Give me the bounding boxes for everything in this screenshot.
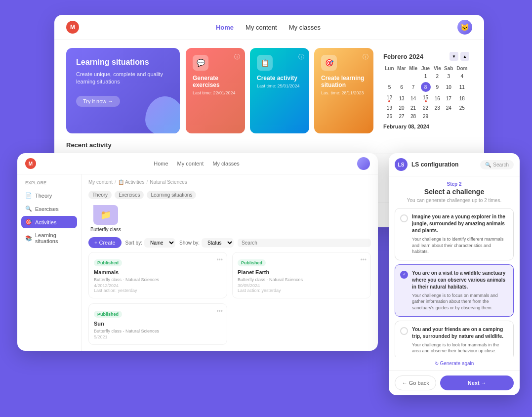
cal-prev-button[interactable]: ▼ (450, 52, 458, 61)
cal-cell[interactable]: 7 (408, 81, 419, 93)
act-more-planet[interactable]: ••• (360, 256, 367, 263)
sec-nav-home[interactable]: Home (154, 161, 168, 167)
cal-cell[interactable] (383, 72, 396, 81)
cal-cell[interactable]: 20 (396, 104, 408, 112)
breadcrumb-item-1[interactable]: 📋 Activities (118, 179, 145, 185)
sort-select[interactable]: Name (144, 238, 175, 248)
ls-option-1[interactable]: Imagine you are a young explorer in the … (395, 208, 514, 260)
cal-cell[interactable]: 18 (455, 93, 469, 104)
sidebar-label-activities: Activities (35, 219, 56, 225)
cal-cell[interactable]: 13 (396, 93, 408, 104)
act-more-mammals[interactable]: ••• (216, 256, 223, 263)
ls-option-2[interactable]: You are on a visit to a wildlife sanctua… (395, 264, 514, 317)
search-input[interactable] (238, 239, 371, 247)
cal-cell[interactable]: 23 (432, 104, 443, 112)
nav-home[interactable]: Home (216, 24, 234, 31)
cal-cell[interactable]: 25 (455, 104, 469, 112)
breadcrumb-sep-1: / (115, 179, 116, 185)
ls-generate-section: ↻ Generate again (389, 357, 520, 370)
ls-option-text-2: You are on a visit to a wildlife sanctua… (412, 270, 508, 311)
sidebar-label-ls: Learning situations (35, 232, 73, 244)
cal-cell[interactable]: 9 (432, 81, 443, 93)
cal-cell[interactable]: 5 (383, 81, 396, 93)
ls-step-label: Step 2 (389, 176, 520, 188)
filter-tag-exercises[interactable]: Exercises (115, 191, 144, 199)
cal-cell[interactable]: 22 (419, 104, 432, 112)
cal-cell[interactable]: 15 (419, 93, 432, 104)
calendar-nav: ▼ ▲ (450, 52, 469, 61)
ls-option-text-1: Imagine you are a young explorer in the … (412, 213, 508, 255)
cal-cell[interactable]: 17 (443, 93, 455, 104)
act-badge-planet: Published (238, 259, 266, 266)
filter-tag-ls[interactable]: Learning situations (147, 191, 196, 199)
hero-mascot (145, 96, 180, 133)
next-button[interactable]: Next → (440, 375, 514, 390)
cal-cell[interactable]: 12 (383, 93, 396, 104)
show-select[interactable]: Status (202, 238, 234, 248)
cal-cell[interactable] (443, 112, 455, 121)
cal-cell[interactable]: 28 (408, 112, 419, 121)
generate-again-button[interactable]: ↻ Generate again (395, 361, 514, 366)
act-badge-sun: Published (94, 311, 122, 318)
ls-radio-1[interactable] (400, 214, 408, 222)
act-card-planet[interactable]: Published Planet Earth Butterfly class -… (232, 252, 371, 298)
cal-cell[interactable]: 27 (396, 112, 408, 121)
cal-cell[interactable]: 24 (443, 104, 455, 112)
cal-cell[interactable]: 4 (455, 72, 469, 81)
cal-cell[interactable]: 10 (443, 81, 455, 93)
cal-cell[interactable]: 1 (419, 72, 432, 81)
filter-tag-theory[interactable]: Theory (88, 191, 112, 199)
act-last-planet: Last action: yesterday (238, 288, 366, 293)
nav-my-classes[interactable]: My classes (289, 24, 321, 31)
cal-cell[interactable] (455, 112, 469, 121)
ls-panel-title: LS configuration (411, 161, 458, 168)
cal-cell[interactable]: 14 (408, 93, 419, 104)
cal-cell[interactable]: 26 (383, 112, 396, 121)
action-card-create-ls[interactable]: 🎯 Create learning situation Las. time: 2… (314, 48, 373, 133)
folder-item[interactable]: 📁 Butterfly class (88, 205, 123, 232)
cal-cell[interactable]: 19 (383, 104, 396, 112)
sec-nav-classes[interactable]: My classes (212, 161, 239, 167)
act-card-sun[interactable]: Published Sun Butterfly class - Natural … (88, 303, 227, 345)
act-sub-mammals: Butterfly class - Natural Sciences (94, 277, 222, 282)
action-card-generate[interactable]: 💬 Generate exercises Last time: 22/01/20… (186, 48, 245, 133)
ls-radio-2[interactable] (400, 271, 408, 279)
breadcrumb-item-0[interactable]: My content (88, 179, 113, 185)
calendar-date-label: February 08, 2024 (383, 124, 469, 129)
ls-option-text-3: You and your friends are on a camping tr… (412, 326, 508, 354)
cal-cell[interactable]: 11 (455, 81, 469, 93)
ls-radio-3[interactable] (400, 327, 408, 335)
nav-my-content[interactable]: My content (246, 24, 277, 31)
sidebar-item-theory[interactable]: 📄 Theory (21, 189, 77, 202)
sec-nav: Home My content My classes (154, 161, 240, 167)
cal-cell[interactable]: 16 (432, 93, 443, 104)
cal-cell[interactable] (432, 112, 443, 121)
go-back-button[interactable]: ← Go back (395, 375, 436, 390)
sidebar-item-exercises[interactable]: 🔍 Exercises (21, 203, 77, 215)
sidebar-item-activities[interactable]: 🎯 Activities (21, 216, 77, 228)
ls-option-main-3: You and your friends are on a camping tr… (412, 326, 508, 340)
hero-try-button[interactable]: Try it now → (76, 96, 120, 107)
cal-cell[interactable] (396, 72, 408, 81)
ls-option-sub-3: Your challenge is to look for mammals in… (412, 342, 508, 354)
cal-cell[interactable]: 8 (419, 81, 432, 93)
cal-cell[interactable]: 21 (408, 104, 419, 112)
cal-next-button[interactable]: ▲ (460, 52, 469, 61)
cal-cell[interactable]: 6 (396, 81, 408, 93)
cal-cell[interactable]: 2 (432, 72, 443, 81)
sidebar-label-exercises: Exercises (35, 206, 59, 212)
sec-nav-content[interactable]: My content (177, 161, 204, 167)
sidebar-item-learning-situations[interactable]: 📚 Learning situations (21, 229, 77, 247)
act-card-mammals[interactable]: Published Mammals Butterfly class - Natu… (88, 252, 227, 298)
ls-option-3[interactable]: You and your friends are on a camping tr… (395, 321, 514, 357)
search-icon: 🔍 (485, 162, 491, 167)
ls-search-box[interactable]: 🔍 Search (480, 160, 514, 169)
create-button[interactable]: + Create (88, 237, 122, 248)
user-avatar[interactable]: 🐱 (457, 20, 472, 35)
cal-cell[interactable]: 29 (419, 112, 432, 121)
cal-cell[interactable] (408, 72, 419, 81)
act-more-sun[interactable]: ••• (216, 308, 223, 315)
cal-cell[interactable]: 3 (443, 72, 455, 81)
sec-avatar[interactable] (357, 157, 370, 170)
action-card-create-activity[interactable]: 📋 Create activity Last time: 25/01/2024 … (250, 48, 309, 133)
